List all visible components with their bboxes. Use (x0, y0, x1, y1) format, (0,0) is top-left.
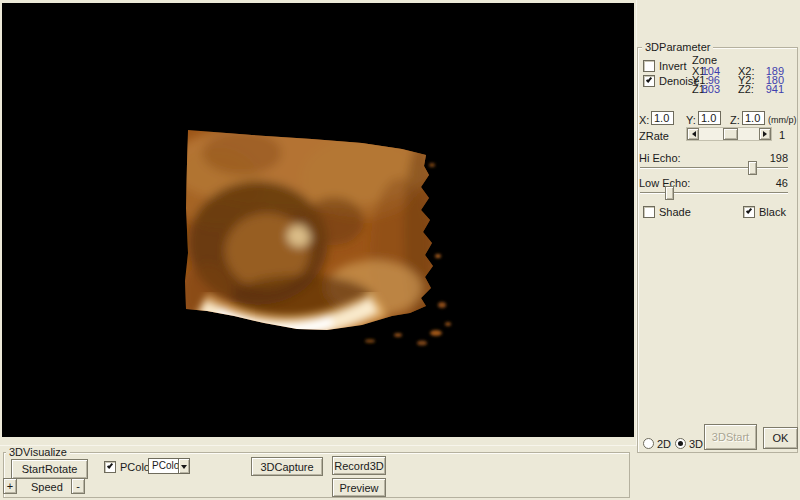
dropdown-button[interactable] (178, 459, 189, 473)
x-scale-label: X: (639, 114, 649, 126)
parameter-panel: 3DParameter Invert Denoise Zone X1: 104 … (636, 0, 800, 500)
parameter-groupbox: 3DParameter Invert Denoise Zone X1: 104 … (637, 47, 798, 453)
slider-track[interactable] (640, 167, 788, 169)
3dcapture-button[interactable]: 3DCapture (251, 457, 323, 476)
ultrasound-texture (167, 118, 452, 348)
low-echo-slider-thumb[interactable] (665, 186, 674, 200)
radio-dot (678, 441, 683, 446)
invert-checkbox[interactable] (643, 60, 655, 72)
zone-z2-label: Z2: (738, 83, 754, 95)
hi-echo-slider[interactable] (640, 161, 788, 175)
scale-unit-label: (mm/p) (768, 114, 797, 126)
x-scale-input[interactable] (651, 111, 674, 125)
shade-checkbox[interactable] (643, 206, 655, 218)
parameter-group-title: 3DParameter (642, 41, 713, 53)
check-icon (107, 462, 113, 469)
z-scale-input[interactable] (742, 111, 765, 125)
slider-track[interactable] (640, 192, 788, 194)
arrow-right-icon (763, 131, 770, 137)
pcolor-combobox[interactable]: PColor (148, 458, 190, 474)
speed-minus-button[interactable]: - (71, 478, 85, 494)
record3d-button[interactable]: Record3D (332, 456, 386, 475)
ok-button[interactable]: OK (763, 427, 798, 449)
app-window: 3DParameter Invert Denoise Zone X1: 104 … (0, 0, 800, 500)
zrate-value: 1 (779, 129, 785, 141)
denoise-checkbox[interactable] (643, 75, 655, 87)
arrow-left-icon (689, 131, 696, 137)
chevron-down-icon (181, 465, 187, 472)
ultrasound-render (2, 3, 634, 437)
scroll-left-button[interactable] (687, 128, 699, 140)
y-scale-input[interactable] (698, 111, 721, 125)
pcolor-checkbox[interactable] (104, 461, 116, 473)
zrate-scrollbar-thumb[interactable] (723, 128, 738, 140)
scroll-right-button[interactable] (759, 128, 771, 140)
visualize-group-title: 3DVisualize (6, 446, 70, 458)
mode-3d-label: 3D (689, 438, 703, 450)
preview-button[interactable]: Preview (332, 478, 386, 497)
black-label: Black (759, 206, 786, 218)
speed-label: Speed (31, 481, 63, 493)
invert-label: Invert (659, 60, 687, 72)
low-echo-slider[interactable] (640, 186, 788, 200)
speed-plus-button[interactable]: + (3, 478, 17, 494)
mode-2d-radio[interactable] (643, 438, 654, 449)
zrate-scrollbar[interactable] (686, 127, 772, 141)
start-rotate-button[interactable]: StartRotate (11, 459, 88, 479)
hi-echo-slider-thumb[interactable] (748, 161, 757, 175)
zrate-label: ZRate (639, 130, 669, 142)
zone-z1-value: 803 (696, 83, 720, 95)
mode-2d-label: 2D (657, 438, 671, 450)
check-icon (646, 76, 652, 83)
3dstart-button[interactable]: 3DStart (704, 424, 757, 450)
black-checkbox[interactable] (743, 206, 755, 218)
zone-z2-value: 941 (758, 83, 784, 95)
shade-label: Shade (659, 206, 691, 218)
y-scale-label: Y: (686, 114, 696, 126)
render-viewport[interactable] (2, 3, 634, 437)
check-icon (746, 207, 752, 214)
mode-3d-radio[interactable] (675, 438, 686, 449)
visualize-panel: 3DVisualize StartRotate + Speed - PColor… (0, 445, 637, 500)
z-scale-label: Z: (730, 114, 740, 126)
